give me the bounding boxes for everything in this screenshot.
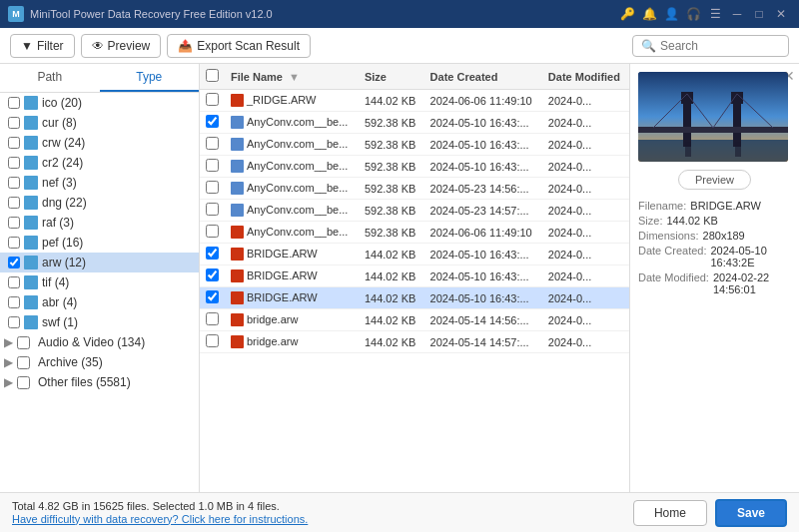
sidebar-item-0[interactable]: ico (20)	[0, 93, 199, 113]
table-row[interactable]: BRIDGE.ARW 144.02 KB 2024-05-10 16:43:..…	[200, 244, 629, 266]
sidebar: Path Type ico (20) cur (8) crw (24) cr2 …	[0, 64, 200, 492]
home-button[interactable]: Home	[633, 500, 707, 526]
sidebar-checkbox-4[interactable]	[8, 177, 20, 189]
row-checkbox-2[interactable]	[206, 137, 219, 150]
row-checkbox-1[interactable]	[206, 115, 219, 128]
sidebar-group-0[interactable]: ▶ Audio & Video (134)	[0, 332, 199, 352]
row-date-modified-0: 2024-0...	[542, 90, 629, 112]
user-icon[interactable]: 👤	[661, 4, 681, 24]
tab-path[interactable]: Path	[0, 64, 100, 92]
preview-label: Preview	[108, 39, 151, 53]
table-row[interactable]: AnyConv.com__be... 592.38 KB 2024-05-10 …	[200, 156, 629, 178]
sidebar-item-2[interactable]: crw (24)	[0, 133, 199, 153]
save-button[interactable]: Save	[715, 499, 787, 527]
dimensions-value: 280x189	[703, 230, 745, 242]
maximize-icon[interactable]: □	[749, 4, 769, 24]
close-icon[interactable]: ✕	[771, 4, 791, 24]
sidebar-item-8[interactable]: arw (12)	[0, 253, 199, 272]
preview-button[interactable]: 👁 Preview	[81, 34, 162, 58]
sidebar-item-10[interactable]: abr (4)	[0, 292, 199, 312]
row-checkbox-cell-10	[200, 309, 225, 331]
bottom-left: Total 4.82 GB in 15625 files. Selected 1…	[12, 500, 308, 526]
row-checkbox-cell-11	[200, 331, 225, 353]
sidebar-item-11[interactable]: swf (1)	[0, 312, 199, 332]
titlebar-left: M MiniTool Power Data Recovery Free Edit…	[8, 6, 273, 22]
sidebar-checkbox-7[interactable]	[8, 237, 20, 249]
row-size-11: 144.02 KB	[359, 331, 424, 353]
table-row[interactable]: AnyConv.com__be... 592.38 KB 2024-05-10 …	[200, 134, 629, 156]
size-label: Size:	[638, 215, 662, 227]
row-size-5: 592.38 KB	[359, 200, 424, 222]
row-checkbox-7[interactable]	[206, 247, 219, 260]
sidebar-group-2[interactable]: ▶ Other files (5581)	[0, 372, 199, 392]
export-label: Export Scan Result	[197, 39, 300, 53]
sidebar-item-6[interactable]: raf (3)	[0, 213, 199, 233]
minimize-icon[interactable]: ─	[727, 4, 747, 24]
group-checkbox-0[interactable]	[17, 336, 30, 349]
sidebar-checkbox-3[interactable]	[8, 157, 20, 169]
app-logo: M	[8, 6, 24, 22]
menu-icon[interactable]: ☰	[705, 4, 725, 24]
sidebar-checkbox-9[interactable]	[8, 276, 20, 288]
bell-icon[interactable]: 🔔	[639, 4, 659, 24]
sidebar-checkbox-10[interactable]	[8, 296, 20, 308]
table-row[interactable]: BRIDGE.ARW 144.02 KB 2024-05-10 16:43:..…	[200, 266, 629, 287]
titlebar-controls: 🔑 🔔 👤 🎧 ☰ ─ □ ✕	[617, 4, 791, 24]
table-row[interactable]: _RIDGE.ARW 144.02 KB 2024-06-06 11:49:10…	[200, 90, 629, 112]
eye-icon: 👁	[92, 39, 104, 53]
select-all-checkbox[interactable]	[206, 69, 219, 82]
file-type-icon-8	[24, 256, 38, 269]
titlebar: M MiniTool Power Data Recovery Free Edit…	[0, 0, 799, 28]
search-input[interactable]	[660, 39, 780, 53]
sidebar-checkbox-6[interactable]	[8, 217, 20, 229]
group-label-2: Other files (5581)	[38, 375, 131, 389]
tab-type[interactable]: Type	[100, 64, 200, 92]
group-checkbox-2[interactable]	[17, 376, 30, 389]
sidebar-item-1[interactable]: cur (8)	[0, 113, 199, 133]
row-checkbox-10[interactable]	[206, 312, 219, 325]
table-row[interactable]: AnyConv.com__be... 592.38 KB 2024-05-10 …	[200, 112, 629, 134]
sidebar-group-1[interactable]: ▶ Archive (35)	[0, 352, 199, 372]
filter-button[interactable]: ▼ Filter	[10, 34, 75, 58]
file-list: File Name ▼ Size Date Created Date Modif…	[200, 64, 629, 492]
filename-value: BRIDGE.ARW	[690, 200, 761, 212]
sidebar-checkbox-8[interactable]	[8, 257, 20, 268]
table-row[interactable]: AnyConv.com__be... 592.38 KB 2024-05-23 …	[200, 178, 629, 200]
sidebar-item-7[interactable]: pef (16)	[0, 233, 199, 253]
row-checkbox-9[interactable]	[206, 290, 219, 303]
table-row[interactable]: BRIDGE.ARW 144.02 KB 2024-05-10 16:43:..…	[200, 287, 629, 309]
table-row[interactable]: AnyConv.com__be... 592.38 KB 2024-06-06 …	[200, 222, 629, 244]
table-row[interactable]: bridge.arw 144.02 KB 2024-05-14 14:56:..…	[200, 309, 629, 331]
row-checkbox-5[interactable]	[206, 203, 219, 216]
row-checkbox-3[interactable]	[206, 159, 219, 172]
row-checkbox-0[interactable]	[206, 93, 219, 106]
key-icon[interactable]: 🔑	[617, 4, 637, 24]
row-checkbox-4[interactable]	[206, 181, 219, 194]
sidebar-checkbox-11[interactable]	[8, 316, 20, 328]
sidebar-checkbox-5[interactable]	[8, 197, 20, 209]
headset-icon[interactable]: 🎧	[683, 4, 703, 24]
table-row[interactable]: bridge.arw 144.02 KB 2024-05-14 14:57:..…	[200, 331, 629, 353]
svg-rect-1	[638, 140, 788, 162]
sidebar-item-4[interactable]: nef (3)	[0, 173, 199, 193]
sidebar-item-3[interactable]: cr2 (24)	[0, 153, 199, 173]
preview-button-panel[interactable]: Preview	[678, 170, 751, 190]
row-date-modified-1: 2024-0...	[542, 112, 629, 134]
sidebar-item-9[interactable]: tif (4)	[0, 272, 199, 292]
row-checkbox-cell-2	[200, 134, 225, 156]
table-row[interactable]: AnyConv.com__be... 592.38 KB 2024-05-23 …	[200, 200, 629, 222]
row-checkbox-8[interactable]	[206, 268, 219, 281]
sidebar-checkbox-0[interactable]	[8, 97, 20, 109]
sidebar-checkbox-1[interactable]	[8, 117, 20, 129]
file-icon-3	[231, 160, 244, 173]
help-link[interactable]: Have difficulty with data recovery? Clic…	[12, 513, 308, 525]
group-checkbox-1[interactable]	[17, 356, 30, 369]
sidebar-item-label-8: arw (12)	[42, 256, 86, 269]
sidebar-item-5[interactable]: dng (22)	[0, 193, 199, 213]
row-checkbox-6[interactable]	[206, 225, 219, 238]
export-button[interactable]: 📤 Export Scan Result	[167, 34, 311, 58]
file-type-icon-7	[24, 236, 38, 250]
row-checkbox-11[interactable]	[206, 334, 219, 347]
sidebar-checkbox-2[interactable]	[8, 137, 20, 149]
date-created-value: 2024-05-10 16:43:2E	[710, 245, 791, 268]
